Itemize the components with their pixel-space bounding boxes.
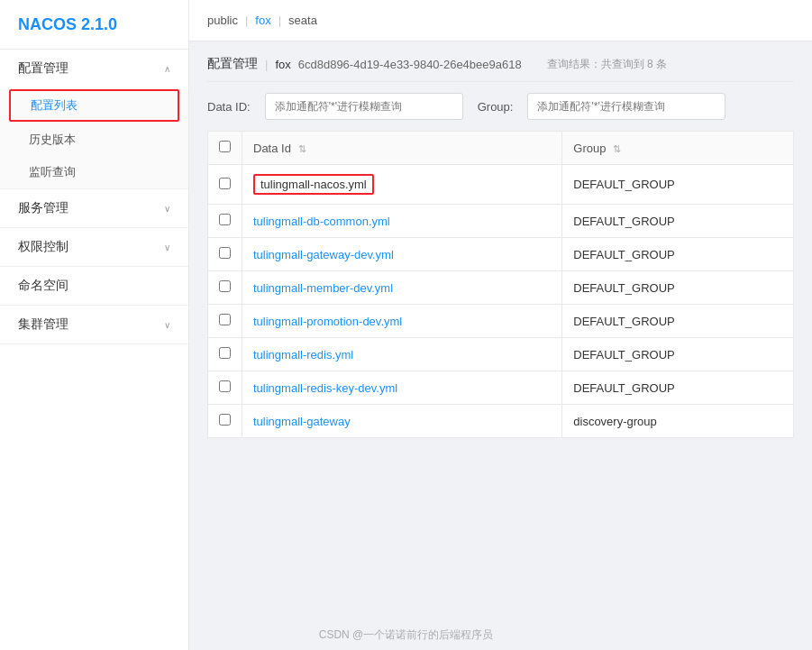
sidebar-group-service: 服务管理 ∨ — [0, 189, 188, 228]
row-data-id-cell: tulingmall-promotion-dev.yml — [242, 305, 562, 338]
col-data-id[interactable]: Data Id ⇅ — [242, 132, 562, 165]
page-header-result: 查询结果：共查询到 8 条 — [547, 57, 667, 72]
sidebar-item-namespace[interactable]: 命名空间 — [0, 267, 188, 306]
chevron-down-icon-cluster: ∨ — [164, 320, 170, 330]
row-data-id-cell: tulingmall-redis.yml — [242, 338, 562, 371]
row-checkbox-cell — [208, 205, 242, 238]
row-checkbox-6[interactable] — [219, 380, 231, 392]
row-checkbox-0[interactable] — [219, 178, 231, 189]
row-data-id-cell: tulingmall-member-dev.yml — [242, 271, 562, 305]
table-body: tulingmall-nacos.ymlDEFAULT_GROUPtulingm… — [208, 165, 794, 438]
page-header-namespace-id: 6cd8d896-4d19-4e33-9840-26e4bee9a618 — [298, 58, 522, 71]
row-checkbox-cell — [208, 165, 242, 205]
sidebar-group-config: 配置管理 ∧ 配置列表 历史版本 监听查询 — [0, 50, 188, 189]
row-data-id-cell: tulingmall-db-common.yml — [242, 205, 562, 238]
config-table: Data Id ⇅ Group ⇅ tulingmall-nacos.ymlDE… — [207, 131, 794, 438]
sidebar-group-permission: 权限控制 ∨ — [0, 228, 188, 267]
row-checkbox-7[interactable] — [219, 414, 231, 426]
sidebar-group-cluster-label: 集群管理 — [18, 316, 68, 333]
data-id-link[interactable]: tulingmall-gateway — [253, 415, 351, 428]
table-row: tulingmall-db-common.ymlDEFAULT_GROUP — [208, 205, 794, 238]
sidebar-logo: NACOS 2.1.0 — [0, 0, 188, 50]
row-group-cell: DEFAULT_GROUP — [562, 305, 794, 338]
row-group-cell: DEFAULT_GROUP — [562, 338, 794, 371]
sidebar-group-service-label: 服务管理 — [18, 200, 68, 216]
data-id-link[interactable]: tulingmall-redis-key-dev.yml — [253, 381, 397, 395]
sidebar-item-history-version[interactable]: 历史版本 — [0, 124, 188, 156]
row-data-id-cell: tulingmall-gateway — [242, 405, 562, 438]
col-group-label: Group — [573, 142, 606, 155]
sidebar-group-permission-header[interactable]: 权限控制 ∨ — [0, 228, 188, 266]
sidebar-group-cluster-header[interactable]: 集群管理 ∨ — [0, 306, 188, 343]
row-group-cell: DEFAULT_GROUP — [562, 371, 794, 405]
row-data-id-cell: tulingmall-nacos.yml — [242, 165, 562, 205]
table-row: tulingmall-gateway-dev.ymlDEFAULT_GROUP — [208, 238, 794, 271]
row-group-cell: discovery-group — [562, 405, 794, 438]
row-group-cell: DEFAULT_GROUP — [562, 271, 794, 305]
row-checkbox-cell — [208, 338, 242, 371]
row-group-cell: DEFAULT_GROUP — [562, 205, 794, 238]
row-group-cell: DEFAULT_GROUP — [562, 238, 794, 271]
table-row: tulingmall-redis-key-dev.ymlDEFAULT_GROU… — [208, 371, 794, 405]
data-id-link[interactable]: tulingmall-promotion-dev.yml — [253, 315, 402, 328]
data-id-input[interactable] — [265, 93, 463, 120]
row-checkbox-2[interactable] — [219, 247, 231, 259]
page-header-title: 配置管理 — [207, 56, 258, 72]
row-checkbox-cell — [208, 405, 242, 438]
row-group-cell: DEFAULT_GROUP — [562, 165, 794, 205]
group-input[interactable] — [527, 93, 725, 120]
col-checkbox — [208, 132, 242, 165]
main-content: public | fox | seata 配置管理 | fox 6cd8d896… — [189, 0, 812, 650]
data-id-highlighted[interactable]: tulingmall-nacos.yml — [253, 174, 374, 195]
row-checkbox-cell — [208, 371, 242, 405]
sidebar-group-permission-label: 权限控制 — [18, 239, 68, 255]
sidebar-item-config-list[interactable]: 配置列表 — [9, 89, 179, 122]
table-row: tulingmall-gatewaydiscovery-group — [208, 405, 794, 438]
top-nav: public | fox | seata — [189, 0, 812, 41]
data-id-link[interactable]: tulingmall-member-dev.yml — [253, 281, 393, 295]
top-nav-sep-1: | — [245, 14, 248, 27]
sidebar-group-service-header[interactable]: 服务管理 ∨ — [0, 189, 188, 227]
table-row: tulingmall-member-dev.ymlDEFAULT_GROUP — [208, 271, 794, 305]
filter-bar: Data ID: Group: — [207, 93, 794, 120]
sort-icon-group: ⇅ — [613, 143, 621, 154]
sidebar-group-config-label: 配置管理 — [18, 60, 68, 77]
chevron-up-icon: ∧ — [164, 64, 170, 74]
data-id-link[interactable]: tulingmall-db-common.yml — [253, 215, 390, 228]
top-nav-public[interactable]: public — [207, 14, 238, 27]
sidebar-group-cluster: 集群管理 ∨ — [0, 306, 188, 344]
data-id-label: Data ID: — [207, 100, 251, 114]
row-checkbox-1[interactable] — [219, 214, 231, 225]
sidebar-item-listen-query[interactable]: 监听查询 — [0, 156, 188, 188]
table-row: tulingmall-promotion-dev.ymlDEFAULT_GROU… — [208, 305, 794, 338]
col-data-id-label: Data Id — [253, 142, 291, 155]
select-all-checkbox[interactable] — [219, 141, 231, 152]
row-checkbox-cell — [208, 238, 242, 271]
page-header: 配置管理 | fox 6cd8d896-4d19-4e33-9840-26e4b… — [207, 56, 794, 82]
row-checkbox-4[interactable] — [219, 314, 231, 325]
sidebar-group-config-items: 配置列表 历史版本 监听查询 — [0, 89, 188, 188]
row-checkbox-cell — [208, 271, 242, 305]
col-group[interactable]: Group ⇅ — [562, 132, 794, 165]
table-row: tulingmall-redis.ymlDEFAULT_GROUP — [208, 338, 794, 371]
group-label: Group: — [478, 100, 514, 114]
row-checkbox-3[interactable] — [219, 280, 231, 292]
chevron-down-icon-service: ∨ — [164, 204, 170, 214]
sort-icon-data-id: ⇅ — [298, 143, 306, 154]
chevron-down-icon-permission: ∨ — [164, 243, 170, 252]
sidebar-group-config-header[interactable]: 配置管理 ∧ — [0, 50, 188, 87]
sidebar-menu: 配置管理 ∧ 配置列表 历史版本 监听查询 服务管理 ∨ 权限控制 ∨ 命名空间 — [0, 50, 188, 650]
sidebar: NACOS 2.1.0 配置管理 ∧ 配置列表 历史版本 监听查询 服务管理 ∨… — [0, 0, 189, 650]
top-nav-sep-2: | — [278, 14, 281, 27]
data-id-link[interactable]: tulingmall-gateway-dev.yml — [253, 248, 394, 261]
data-id-link[interactable]: tulingmall-redis.yml — [253, 348, 353, 362]
page-header-namespace: fox — [275, 58, 290, 71]
row-checkbox-cell — [208, 305, 242, 338]
top-nav-seata[interactable]: seata — [288, 14, 317, 27]
top-nav-fox[interactable]: fox — [255, 14, 270, 27]
row-checkbox-5[interactable] — [219, 347, 231, 359]
row-data-id-cell: tulingmall-redis-key-dev.yml — [242, 371, 562, 405]
page-header-sep: | — [265, 58, 268, 71]
table-row: tulingmall-nacos.ymlDEFAULT_GROUP — [208, 165, 794, 205]
row-data-id-cell: tulingmall-gateway-dev.yml — [242, 238, 562, 271]
